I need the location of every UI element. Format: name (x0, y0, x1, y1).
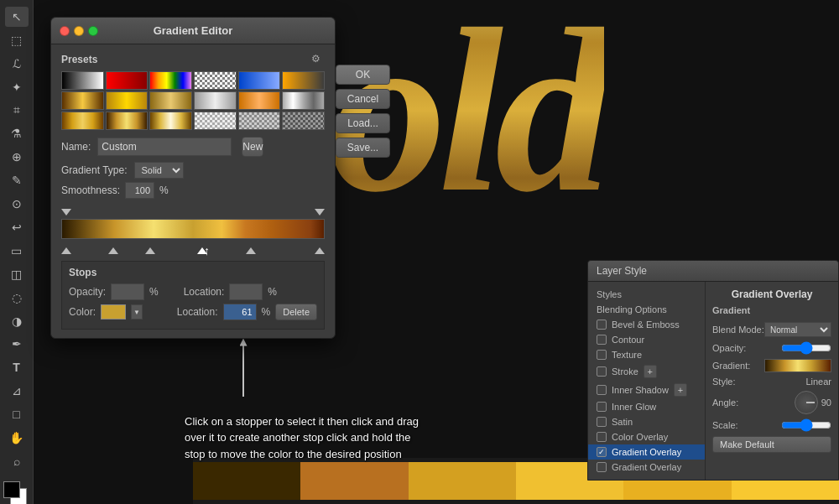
swatch-1[interactable] (193, 462, 300, 500)
new-button[interactable]: New (242, 137, 263, 157)
layer-style-item-gradient-overlay[interactable]: ✓ Gradient Overlay (588, 444, 705, 460)
delete-button[interactable]: Delete (275, 304, 317, 320)
preset-gold1[interactable] (61, 91, 104, 110)
name-input[interactable] (97, 138, 232, 156)
color-dropdown[interactable]: ▼ (131, 304, 143, 320)
preset-copper[interactable] (238, 91, 281, 110)
tool-marquee[interactable]: ⬚ (5, 30, 29, 50)
tool-shape[interactable]: □ (5, 404, 29, 424)
tool-pen[interactable]: ✒ (5, 334, 29, 354)
maximize-button[interactable] (88, 26, 98, 36)
blend-mode-select[interactable]: Normal Multiply Screen (764, 322, 831, 337)
tool-healing[interactable]: ⊕ (5, 147, 29, 167)
smoothness-input[interactable] (125, 182, 154, 199)
tool-eyedropper[interactable]: ⚗ (5, 123, 29, 143)
color-stop-75[interactable] (246, 247, 256, 254)
preset-transparent[interactable] (194, 71, 237, 90)
layer-style-item-stroke[interactable]: Stroke + (588, 362, 705, 381)
layer-style-item-inner-glow[interactable]: Inner Glow (588, 399, 705, 414)
tool-crop[interactable]: ⌗ (5, 101, 29, 121)
opacity-stop-right[interactable] (315, 209, 325, 216)
opacity-slider[interactable] (781, 341, 831, 355)
preset-check3[interactable] (282, 112, 325, 130)
save-button[interactable]: Save... (336, 138, 390, 158)
color-swatch[interactable] (101, 304, 126, 320)
color-stop-20[interactable] (108, 247, 118, 254)
layer-style-item-bevel[interactable]: Bevel & Emboss (588, 317, 705, 332)
layer-style-item-satin[interactable]: Satin (588, 414, 705, 429)
ok-button[interactable]: OK (336, 65, 390, 85)
preset-red[interactable] (106, 71, 149, 90)
gradient-bar[interactable] (61, 219, 325, 239)
inner-shadow-checkbox[interactable] (597, 385, 607, 395)
layer-style-item-styles[interactable]: Styles (588, 287, 705, 302)
satin-label: Satin (612, 417, 633, 427)
preset-chrome[interactable] (282, 91, 325, 110)
preset-gold3[interactable] (149, 91, 192, 110)
tool-type[interactable]: T (5, 357, 29, 377)
tool-blur[interactable]: ◌ (5, 288, 29, 308)
layer-style-item-inner-shadow[interactable]: Inner Shadow + (588, 381, 705, 399)
layer-style-item-texture[interactable]: Texture (588, 347, 705, 362)
foreground-color-swatch[interactable] (3, 481, 20, 498)
tool-stamp[interactable]: ⊙ (5, 194, 29, 214)
satin-checkbox[interactable] (597, 417, 607, 427)
tool-magic-wand[interactable]: ✦ (5, 77, 29, 97)
contour-checkbox[interactable] (597, 335, 607, 345)
close-button[interactable] (60, 26, 70, 36)
color-stop-35[interactable] (145, 247, 155, 254)
preset-blue[interactable] (238, 71, 281, 90)
tool-gradient[interactable]: ◫ (5, 264, 29, 284)
angle-dial[interactable] (795, 391, 818, 414)
color-overlay-checkbox[interactable] (597, 432, 607, 442)
tool-zoom[interactable]: ⌕ (5, 451, 29, 471)
preset-gold2[interactable] (106, 91, 149, 110)
layer-style-item-gradient-overlay2[interactable]: Gradient Overlay (588, 460, 705, 475)
preset-check1[interactable] (194, 112, 237, 130)
make-default-button[interactable]: Make Default (712, 436, 831, 453)
inner-glow-checkbox[interactable] (597, 402, 607, 412)
texture-checkbox[interactable] (597, 350, 607, 360)
scale-slider[interactable] (781, 418, 831, 432)
gear-icon[interactable]: ⚙ (311, 53, 325, 66)
minimize-button[interactable] (74, 26, 84, 36)
tool-history[interactable]: ↩ (5, 217, 29, 237)
gradient-overlay-checkbox[interactable]: ✓ (597, 447, 607, 457)
bevel-checkbox[interactable] (597, 320, 607, 330)
swatch-2[interactable] (300, 462, 408, 500)
tool-lasso[interactable]: ℒ (5, 54, 29, 74)
location-input-color[interactable] (223, 304, 257, 320)
tool-brush[interactable]: ✎ (5, 170, 29, 190)
layer-style-item-blending[interactable]: Blending Options (588, 302, 705, 317)
preset-silver[interactable] (194, 91, 237, 110)
swatch-3[interactable] (409, 462, 516, 500)
stroke-add-btn[interactable]: + (644, 365, 657, 378)
tool-eraser[interactable]: ▭ (5, 241, 29, 261)
load-button[interactable]: Load... (336, 113, 390, 133)
preset-rainbow[interactable] (149, 71, 192, 90)
opacity-stop-left[interactable] (61, 209, 71, 216)
inner-shadow-add-btn[interactable]: + (674, 383, 687, 397)
tool-hand[interactable]: ✋ (5, 428, 29, 448)
gradient-overlay2-checkbox[interactable] (597, 462, 607, 472)
layer-style-item-color-overlay[interactable]: Color Overlay (588, 429, 705, 444)
opacity-input[interactable] (111, 283, 144, 300)
cancel-button[interactable]: Cancel (336, 89, 390, 109)
tool-dodge[interactable]: ◑ (5, 311, 29, 331)
tool-move[interactable]: ↖ (5, 7, 29, 27)
gradient-type-select[interactable]: Solid Noise (134, 162, 184, 179)
stroke-checkbox[interactable] (597, 366, 607, 377)
tool-path[interactable]: ⊿ (5, 381, 29, 401)
preset-check2[interactable] (238, 112, 281, 130)
preset-gold4[interactable] (61, 112, 104, 130)
panel-gradient-preview[interactable] (764, 359, 831, 372)
preset-gold5[interactable] (106, 112, 149, 130)
preset-orange-trans[interactable] (282, 71, 325, 90)
color-stop-0[interactable] (61, 247, 71, 254)
color-stop-100[interactable] (315, 247, 325, 254)
layer-style-item-contour[interactable]: Contour (588, 332, 705, 347)
location-input-opacity[interactable] (229, 283, 263, 300)
preset-black-white[interactable] (61, 71, 104, 90)
preset-gold6[interactable] (149, 112, 192, 130)
color-stop-61[interactable] (197, 247, 207, 254)
